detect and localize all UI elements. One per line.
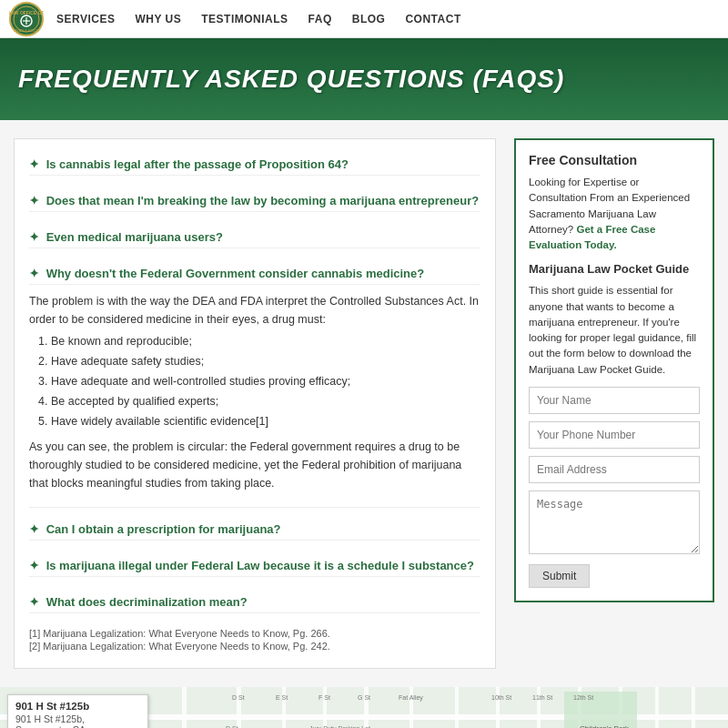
svg-text:F St: F St xyxy=(318,694,330,701)
faq-question-6[interactable]: ✦ Is marijuana illegal under Federal Law… xyxy=(29,555,480,577)
faq-footnotes: [1] Marijuana Legalization: What Everyon… xyxy=(29,628,480,652)
guide-text: This short guide is essential for anyone… xyxy=(529,283,700,378)
faq-plus-icon-4: ✦ xyxy=(29,267,39,280)
svg-text:D St: D St xyxy=(232,694,245,701)
list-item: Have adequate safety studies; xyxy=(51,352,480,370)
faq-question-5[interactable]: ✦ Can I obtain a prescription for mariju… xyxy=(29,519,480,541)
faq-question-7[interactable]: ✦ What does decriminalization mean? xyxy=(29,592,480,613)
svg-text:Children's Park: Children's Park xyxy=(580,724,630,728)
nav-item-contact[interactable]: CONTACT xyxy=(405,12,460,25)
message-input[interactable] xyxy=(529,490,700,554)
hero-section: FREQUENTLY ASKED QUESTIONS (FAQS) xyxy=(0,38,728,120)
map-section: Jury Duty Parking Lot Lot 297 8th St 9th… xyxy=(0,687,728,728)
sidebar: Free Consultation Looking for Expertise … xyxy=(514,138,714,669)
phone-input[interactable] xyxy=(529,421,700,449)
svg-rect-25 xyxy=(655,687,659,728)
nav-item-services[interactable]: SERVICES xyxy=(56,12,115,25)
map-address-sub1: 901 H St #125b, Sacramento, CA 95814 xyxy=(15,713,140,728)
faq-plus-icon-1: ✦ xyxy=(29,157,39,171)
svg-rect-18 xyxy=(364,687,369,728)
faq-question-1[interactable]: ✦ Is cannabis legal after the passage of… xyxy=(29,154,480,176)
svg-rect-14 xyxy=(182,687,187,728)
faq-item-6[interactable]: ✦ Is marijuana illegal under Federal Law… xyxy=(29,555,480,577)
nav-item-faq[interactable]: FAQ xyxy=(308,12,332,25)
svg-text:Fat Alley: Fat Alley xyxy=(399,694,423,702)
svg-rect-26 xyxy=(692,687,695,728)
nav-list: SERVICES WHY US TESTIMONIALS FAQ BLOG CO… xyxy=(56,12,461,25)
navigation: LAW OFFICE OF RYAN T. KOCH SERVICES WHY … xyxy=(0,0,728,38)
svg-rect-15 xyxy=(237,687,241,728)
faq-plus-icon-3: ✦ xyxy=(29,230,39,244)
faq-item-5[interactable]: ✦ Can I obtain a prescription for mariju… xyxy=(29,519,480,541)
svg-text:LAW OFFICE OF: LAW OFFICE OF xyxy=(9,10,44,15)
faq-item-4[interactable]: ✦ Why doesn't the Federal Government con… xyxy=(29,263,480,492)
map-address-title: 901 H St #125b xyxy=(15,701,140,712)
svg-text:G St: G St xyxy=(358,694,370,701)
list-item: Have adequate and well-controlled studie… xyxy=(51,372,480,390)
sidebar-box: Free Consultation Looking for Expertise … xyxy=(514,138,714,602)
faq-plus-icon-2: ✦ xyxy=(29,194,39,207)
faq-answer-list: Be known and reproducible; Have adequate… xyxy=(51,332,480,430)
svg-text:11th St: 11th St xyxy=(532,694,552,701)
faq-plus-icon-6: ✦ xyxy=(29,559,39,572)
logo[interactable]: LAW OFFICE OF RYAN T. KOCH xyxy=(9,2,44,36)
submit-button[interactable]: Submit xyxy=(529,564,590,588)
svg-rect-19 xyxy=(410,687,413,728)
faq-item-7[interactable]: ✦ What does decriminalization mean? xyxy=(29,592,480,613)
page-title: FREQUENTLY ASKED QUESTIONS (FAQS) xyxy=(18,65,564,94)
faq-question-4[interactable]: ✦ Why doesn't the Federal Government con… xyxy=(29,263,480,285)
footnote-1: [1] Marijuana Legalization: What Everyon… xyxy=(29,628,480,639)
consultation-text: Looking for Expertise or Consultation Fr… xyxy=(529,175,700,253)
guide-title: Marijuana Law Pocket Guide xyxy=(529,262,700,276)
svg-text:10th St: 10th St xyxy=(491,694,511,701)
faq-divider xyxy=(29,507,480,508)
faq-plus-icon-5: ✦ xyxy=(29,522,39,536)
map-info-box: 901 H St #125b 901 H St #125b, Sacrament… xyxy=(7,694,148,728)
svg-rect-21 xyxy=(496,687,500,728)
faq-question-2[interactable]: ✦ Does that mean I'm breaking the law by… xyxy=(29,190,480,212)
faq-answer-4: The problem is with the way the DEA and … xyxy=(29,292,480,492)
faq-item-2[interactable]: ✦ Does that mean I'm breaking the law by… xyxy=(29,190,480,212)
map-placeholder: Jury Duty Parking Lot Lot 297 8th St 9th… xyxy=(0,687,728,728)
nav-item-testimonials[interactable]: TESTIMONIALS xyxy=(201,12,288,25)
list-item: Be accepted by qualified experts; xyxy=(51,392,480,410)
svg-text:E St: E St xyxy=(276,694,288,701)
list-item: Be known and reproducible; xyxy=(51,332,480,350)
faq-item-1[interactable]: ✦ Is cannabis legal after the passage of… xyxy=(29,154,480,176)
svg-rect-17 xyxy=(323,687,327,728)
footnote-2: [2] Marijuana Legalization: What Everyon… xyxy=(29,641,480,652)
email-input[interactable] xyxy=(529,456,700,483)
nav-item-whyus[interactable]: WHY US xyxy=(135,12,181,25)
svg-rect-16 xyxy=(282,687,286,728)
name-input[interactable] xyxy=(529,387,700,414)
svg-text:12th St: 12th St xyxy=(573,694,593,701)
faq-plus-icon-7: ✦ xyxy=(29,595,39,609)
faq-column: ✦ Is cannabis legal after the passage of… xyxy=(14,138,496,669)
svg-rect-20 xyxy=(455,687,459,728)
list-item: Have widely available scientific evidenc… xyxy=(51,412,480,430)
faq-item-3[interactable]: ✦ Even medical marijuana users? xyxy=(29,227,480,248)
faq-question-3[interactable]: ✦ Even medical marijuana users? xyxy=(29,227,480,248)
svg-text:RYAN T. KOCH: RYAN T. KOCH xyxy=(14,28,39,33)
svg-rect-22 xyxy=(537,687,541,728)
nav-item-blog[interactable]: BLOG xyxy=(352,12,386,25)
main-content: ✦ Is cannabis legal after the passage of… xyxy=(0,120,728,687)
consultation-title: Free Consultation xyxy=(529,153,700,167)
